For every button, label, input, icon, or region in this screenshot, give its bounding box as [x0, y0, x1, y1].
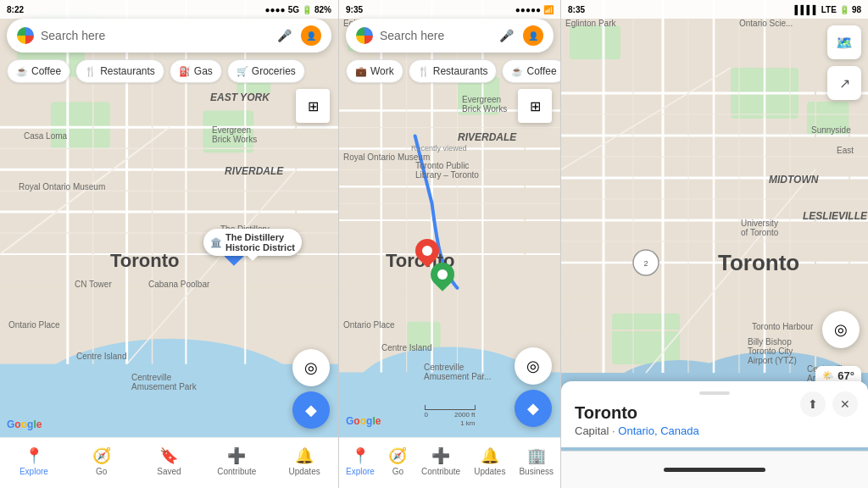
- svg-line-72: [561, 68, 731, 169]
- nav-updates-1[interactable]: 🔔 Updates: [270, 443, 338, 480]
- chip-icon-restaurants-1: 🍴: [85, 66, 97, 77]
- share-icon-btn-3[interactable]: ⬆: [800, 391, 826, 417]
- avatar-icon-1[interactable]: 👤: [301, 25, 321, 46]
- chip-label-groceries-1: Groceries: [252, 65, 296, 77]
- nav-explore-icon-1: 📍: [25, 446, 43, 465]
- layer-toggle-1[interactable]: ⊞: [296, 89, 330, 123]
- pin-toronto-red-2[interactable]: [415, 239, 439, 263]
- nav-go-icon-1: 🧭: [92, 446, 111, 465]
- battery-3: 🔋: [839, 5, 849, 14]
- location-fab-2[interactable]: ◎: [515, 347, 552, 385]
- nav-business-label-2: Business: [519, 467, 554, 476]
- chip-coffee-1[interactable]: ☕ Coffee: [7, 59, 70, 83]
- google-logo-text-2: Google: [346, 415, 381, 427]
- nav-explore-1[interactable]: 📍 Explore: [0, 443, 68, 480]
- signal-dot-1: ●●●●: [264, 5, 285, 14]
- scale-bar-2: 02000 ft 1 km: [425, 405, 476, 427]
- weather-icon-3: 🌤️: [822, 370, 834, 381]
- bottom-nav-1: 📍 Explore 🧭 Go 🔖 Saved ➕ Contribute 🔔 Up…: [0, 437, 338, 488]
- chip-gas-1[interactable]: ⛽ Gas: [170, 59, 222, 83]
- chip-label-restaurants-2: Restaurants: [433, 65, 488, 77]
- status-icons-3: ▌▌▌▌ LTE 🔋 98: [794, 5, 861, 14]
- chip-icon-restaurants-2: 🍴: [418, 66, 430, 77]
- avatar-icon-2[interactable]: 👤: [523, 25, 543, 46]
- nav-go-label-2: Go: [392, 467, 403, 476]
- lte-label-3: LTE: [821, 5, 837, 14]
- nav-updates-icon-1: 🔔: [295, 446, 314, 465]
- nav-contribute-label-1: Contribute: [217, 467, 256, 476]
- pin-toronto-green-2[interactable]: [431, 263, 454, 286]
- navigate-fab-1[interactable]: ◆: [292, 391, 330, 429]
- search-bar-1[interactable]: Search here 🎤 👤: [7, 19, 331, 53]
- status-bar-3: 8:35 ▌▌▌▌ LTE 🔋 98: [561, 0, 868, 19]
- swipe-indicator-3: [664, 468, 765, 472]
- nav-updates-2[interactable]: 🔔 Updates: [467, 443, 512, 480]
- status-bar-1: 8:22 ●●●● 5G 🔋 82%: [0, 0, 338, 19]
- scale-labels-2: 02000 ft: [425, 411, 476, 419]
- nav-explore-2[interactable]: 📍 Explore: [339, 443, 381, 480]
- svg-rect-45: [570, 25, 620, 59]
- share-btn-3[interactable]: ↗: [827, 66, 861, 100]
- info-card-actions-3: ⬆ ✕: [800, 391, 858, 417]
- chip-work-2[interactable]: 💼 Work: [346, 59, 403, 83]
- search-bar-2[interactable]: Search here 🎤 👤: [346, 19, 554, 53]
- info-card-capital-3: Capital: [575, 424, 609, 437]
- close-icon-btn-3[interactable]: ✕: [832, 391, 858, 417]
- chip-icon-coffee-2: ☕: [511, 66, 523, 77]
- nav-updates-label-1: Updates: [288, 467, 320, 476]
- nav-go-label-1: Go: [96, 467, 107, 476]
- nav-go-2[interactable]: 🧭 Go: [381, 443, 415, 480]
- svg-rect-47: [612, 313, 680, 364]
- info-card-subtitle-3: Capital · Ontario, Canada: [575, 424, 854, 437]
- svg-rect-0: [51, 102, 110, 148]
- mic-icon-1[interactable]: 🎤: [274, 25, 294, 46]
- navigate-fab-2[interactable]: ◆: [515, 390, 552, 427]
- chip-restaurants-1[interactable]: 🍴 Restaurants: [75, 59, 164, 83]
- mic-icon-2[interactable]: 🎤: [496, 25, 516, 46]
- chip-label-coffee-1: Coffee: [31, 65, 61, 77]
- nav-explore-label-2: Explore: [346, 467, 375, 476]
- info-card-handle-3: [699, 391, 730, 395]
- nav-saved-1[interactable]: 🔖 Saved: [136, 443, 203, 480]
- layer-toggle-2[interactable]: ⊞: [518, 89, 552, 123]
- info-card-location-3[interactable]: Ontario, Canada: [618, 424, 698, 437]
- google-logo-g-1: [17, 27, 34, 44]
- network-type-1: 5G: [288, 5, 299, 14]
- bottom-nav-2: 📍 Explore 🧭 Go ➕ Contribute 🔔 Updates 🏢 …: [339, 437, 560, 488]
- location-fab-1[interactable]: ◎: [292, 349, 330, 386]
- chip-label-work-2: Work: [370, 65, 394, 77]
- nav-updates-label-2: Updates: [474, 467, 505, 476]
- chip-groceries-1[interactable]: 🛒 Groceries: [227, 59, 305, 83]
- chip-label-restaurants-1: Restaurants: [100, 65, 155, 77]
- scale-line-2: [425, 405, 476, 410]
- nav-contribute-2[interactable]: ➕ Contribute: [415, 443, 467, 480]
- panel-google-maps-1: Toronto Casa Loma Royal Ontario Museum C…: [0, 0, 339, 488]
- nav-go-icon-2: 🧭: [388, 446, 407, 465]
- network-icons-2: 📶: [543, 5, 554, 14]
- bottom-swipe-bar-3: [561, 451, 868, 488]
- pin-bubble-distillery[interactable]: 🏛️ The DistilleryHistoric District: [203, 229, 302, 256]
- info-card-3: Toronto Capital · Ontario, Canada ⬆ ✕: [561, 381, 868, 447]
- nav-contribute-1[interactable]: ➕ Contribute: [203, 443, 270, 480]
- nav-saved-label-1: Saved: [157, 467, 181, 476]
- time-3: 8:35: [568, 5, 585, 14]
- nav-go-1[interactable]: 🧭 Go: [68, 443, 136, 480]
- chip-restaurants-2[interactable]: 🍴 Restaurants: [409, 59, 498, 83]
- panel-google-maps-2: Toronto Royal Ontario Museum Centre Isla…: [339, 0, 561, 488]
- search-input-1[interactable]: Search here: [41, 29, 267, 42]
- nav-business-2[interactable]: 🏢 Business: [512, 443, 560, 480]
- battery-pct-3: 98: [852, 5, 861, 14]
- map-view-btn-3[interactable]: 🗺️: [827, 25, 861, 59]
- search-input-2[interactable]: Search here: [380, 29, 489, 42]
- chip-label-gas-1: Gas: [194, 65, 213, 77]
- signal-bars-3: ▌▌▌▌: [794, 5, 818, 14]
- nav-saved-icon-1: 🔖: [159, 446, 178, 465]
- time-2: 9:35: [346, 5, 363, 14]
- chip-icon-coffee-1: ☕: [16, 66, 28, 77]
- location-fab-3[interactable]: ◎: [822, 311, 860, 348]
- chip-coffee-2[interactable]: ☕ Coffee: [502, 59, 560, 83]
- google-logo-g-2: [356, 27, 373, 44]
- status-bar-2: 9:35 ●●●●● 📶: [339, 0, 560, 19]
- side-buttons-3: 🗺️ ↗: [827, 25, 861, 100]
- chip-icon-groceries-1: 🛒: [236, 66, 248, 77]
